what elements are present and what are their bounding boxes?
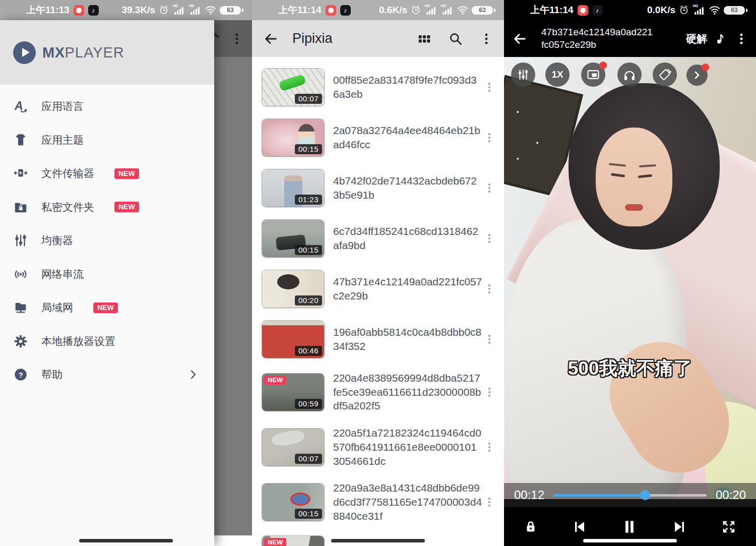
video-row[interactable]: NEW00:59 220a4e8389569994d8dba5217fe5ce3…: [252, 365, 504, 419]
screen-record-icon: [578, 5, 588, 16]
menu-item-private-folder[interactable]: 私密文件夹 NEW: [0, 191, 214, 224]
video-row[interactable]: 00:46 196af0abb5814c0ca4b8dbb0c834f352: [252, 314, 504, 365]
video-thumbnail[interactable]: 00:20: [262, 270, 324, 308]
brand-player: PLAYER: [65, 44, 124, 61]
picture-in-picture-icon: [586, 68, 600, 82]
home-indicator[interactable]: [331, 539, 425, 542]
seek-track[interactable]: [553, 494, 707, 497]
playback-speed-button[interactable]: 1X: [545, 63, 570, 87]
row-overflow-icon[interactable]: [484, 334, 495, 345]
mxplayer-logo-icon: [13, 41, 36, 64]
row-overflow-icon[interactable]: [484, 132, 495, 143]
video-row[interactable]: NEW 220a3804fc03a394af0b8a84e2: [252, 529, 504, 546]
rotate-screen-button[interactable]: [653, 63, 677, 87]
pip-button[interactable]: [581, 63, 605, 87]
sim1-signal-icon: HD: [424, 4, 437, 17]
svg-text:HD: HD: [173, 4, 178, 8]
battery-indicator: 63: [220, 6, 241, 15]
video-filename: 220a5f1a72182324c119464cd0570fb641911661…: [333, 426, 482, 468]
menu-item-help[interactable]: ? 帮助: [0, 358, 214, 392]
decoder-toggle[interactable]: 硬解: [686, 32, 707, 46]
row-overflow-icon[interactable]: [484, 442, 495, 453]
new-badge: NEW: [264, 538, 286, 546]
video-thumbnail[interactable]: 00:15: [262, 483, 324, 521]
fullscreen-button[interactable]: [721, 519, 737, 535]
menu-item-app-theme[interactable]: 应用主题: [0, 124, 214, 157]
previous-button[interactable]: [572, 519, 588, 535]
row-overflow-icon[interactable]: [484, 233, 495, 244]
status-time: 上午11:13: [26, 4, 70, 17]
video-row[interactable]: 01:23 4b742f02de714432acbdeb6723b5e91b: [252, 163, 504, 213]
video-row[interactable]: 00:15 220a9a3e8a1431c48dbb6de99d6cd3f775…: [252, 474, 504, 529]
video-thumbnail[interactable]: 00:15: [262, 119, 324, 156]
overflow-menu-icon[interactable]: [480, 32, 493, 45]
current-time: 00:12: [514, 488, 544, 502]
pause-button[interactable]: [621, 518, 638, 535]
next-button[interactable]: [671, 519, 687, 535]
video-thumbnail[interactable]: 01:23: [262, 169, 324, 207]
navigation-drawer: MX PLAYER A 应用语言 应用主题 文件传输器 NEW: [0, 20, 214, 546]
duration-badge: 00:07: [295, 454, 322, 464]
screen-record-icon: [74, 5, 84, 16]
more-controls-button[interactable]: [686, 65, 708, 86]
video-thumbnail[interactable]: 00:15: [262, 220, 324, 257]
menu-item-local-player-settings[interactable]: 本地播放器设置: [0, 325, 214, 358]
row-overflow-icon[interactable]: [484, 497, 495, 508]
home-indicator[interactable]: [79, 539, 173, 542]
seek-thumb[interactable]: [640, 490, 650, 500]
svg-text:HD: HD: [425, 4, 430, 8]
video-filename: 220a4e8389569994d8dba5217fe5ce39ea611661…: [333, 371, 482, 413]
overflow-menu-icon[interactable]: [735, 32, 748, 45]
equalizer-button[interactable]: [511, 63, 535, 87]
menu-item-equalizer[interactable]: 均衡器: [0, 224, 214, 258]
row-overflow-icon[interactable]: [484, 183, 495, 194]
screen-rotation-icon: [658, 68, 672, 82]
video-thumbnail[interactable]: 00:07: [262, 69, 324, 106]
duration-badge: 00:46: [295, 346, 322, 356]
video-frame[interactable]: [504, 57, 756, 499]
row-overflow-icon[interactable]: [484, 82, 495, 93]
audio-track-icon[interactable]: [714, 32, 728, 45]
subtitle-text: 500我就不痛了: [504, 356, 756, 381]
headphones-icon: [622, 68, 637, 82]
menu-item-lan[interactable]: 局域网 NEW: [0, 291, 214, 325]
person-face: [596, 128, 672, 226]
toolbar: Pipixia: [252, 20, 504, 57]
menu-item-network-stream[interactable]: 网络串流: [0, 258, 214, 291]
video-title: 47b371e4c12149a0ad221fc057c2e29b: [541, 26, 653, 51]
home-indicator[interactable]: [583, 539, 677, 542]
grid-view-icon[interactable]: [417, 32, 431, 46]
video-row[interactable]: 00:20 47b371e4c12149a0ad221fc057c2e29b: [252, 264, 504, 314]
row-overflow-icon[interactable]: [484, 283, 495, 294]
duration-badge: 00:15: [295, 144, 322, 154]
svg-text:A: A: [14, 99, 23, 112]
svg-text:HD: HD: [189, 4, 195, 8]
private-folder-icon: [13, 200, 28, 215]
seek-progress: [553, 494, 645, 497]
audio-mode-button[interactable]: [617, 63, 642, 87]
video-thumbnail[interactable]: NEW: [262, 536, 324, 546]
video-thumbnail[interactable]: NEW00:59: [262, 374, 324, 411]
new-badge: NEW: [93, 302, 118, 313]
back-icon[interactable]: [512, 31, 527, 46]
duration-badge: 01:23: [295, 195, 322, 205]
network-speed: 0.0K/s: [647, 5, 675, 16]
video-row[interactable]: 00:07 00ff85e2a831478f9fe7fc093d36a3eb: [252, 62, 504, 112]
menu-item-file-transfer[interactable]: 文件传输器 NEW: [0, 157, 214, 191]
back-icon[interactable]: [263, 31, 278, 46]
video-thumbnail[interactable]: 00:07: [262, 429, 324, 466]
video-row[interactable]: 00:07 220a5f1a72182324c119464cd0570fb641…: [252, 419, 504, 474]
video-row[interactable]: 00:15 2a078a32764a4ee48464eb21bad46fcc: [252, 112, 504, 163]
row-overflow-icon[interactable]: [484, 387, 495, 398]
search-icon[interactable]: [449, 32, 463, 46]
sim2-signal-icon: HD: [188, 4, 202, 17]
new-badge: NEW: [114, 168, 139, 179]
video-thumbnail[interactable]: 00:46: [262, 321, 324, 358]
video-filename: 196af0abb5814c0ca4b8dbb0c834f352: [333, 325, 482, 353]
video-filename: 2a078a32764a4ee48464eb21bad46fcc: [333, 124, 482, 151]
menu-item-app-language[interactable]: A 应用语言: [0, 90, 214, 124]
tiktok-icon: [592, 5, 603, 16]
video-row[interactable]: 00:15 6c7d34ff185241c68cd1318462afa9bd: [252, 213, 504, 264]
translate-icon: A: [13, 99, 28, 114]
lock-button[interactable]: [523, 519, 538, 534]
